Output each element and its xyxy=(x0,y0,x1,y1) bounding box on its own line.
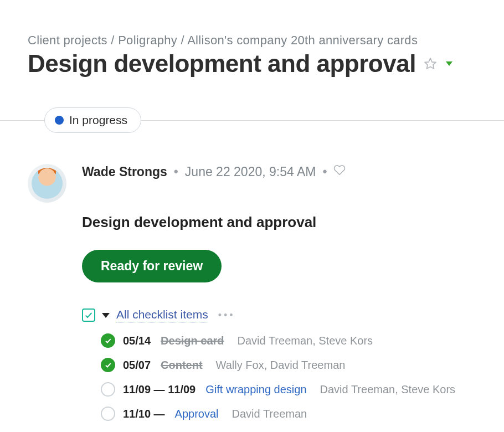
checklist-toggle-icon[interactable] xyxy=(82,308,95,322)
checklist-item-date: 11/10 — xyxy=(123,408,165,420)
check-done-icon[interactable] xyxy=(101,358,115,372)
checklist-item-title: Content xyxy=(161,359,203,372)
checklist-item-title[interactable]: Gift wrapping design xyxy=(205,383,306,396)
check-open-icon[interactable] xyxy=(101,407,115,421)
checklist-item-date: 11/09 — 11/09 xyxy=(123,383,196,396)
status-dot-icon xyxy=(55,116,64,125)
more-icon[interactable]: ••• xyxy=(218,310,235,321)
checklist-heading[interactable]: All checklist items xyxy=(116,308,208,322)
caret-down-icon[interactable] xyxy=(102,313,110,318)
checklist: 05/14 Design card David Treeman, Steve K… xyxy=(82,333,476,421)
checklist-item-title[interactable]: Approval xyxy=(175,408,219,420)
check-done-icon[interactable] xyxy=(101,333,115,348)
breadcrumb-sep: / xyxy=(111,33,118,47)
ready-for-review-button[interactable]: Ready for review xyxy=(82,250,222,282)
post-author[interactable]: Wade Strongs xyxy=(82,164,167,179)
checklist-item[interactable]: 11/09 — 11/09 Gift wrapping design David… xyxy=(101,382,476,397)
checklist-item-date: 05/14 xyxy=(123,335,151,347)
breadcrumb-item[interactable]: Client projects xyxy=(28,33,107,47)
post-timestamp: June 22 2020, 9:54 AM xyxy=(185,164,316,179)
page-title: Design development and approval xyxy=(28,50,416,78)
status-chip[interactable]: In progress xyxy=(44,107,141,133)
breadcrumb-item[interactable]: Allison's company 20th anniversary cards xyxy=(187,33,418,47)
checklist-item-assignees: David Treeman xyxy=(232,408,307,420)
breadcrumb[interactable]: Client projects / Poligraphy / Allison's… xyxy=(28,33,476,48)
svg-marker-0 xyxy=(425,58,436,69)
status-label: In progress xyxy=(69,114,127,127)
checklist-item-assignees: David Treeman, Steve Kors xyxy=(320,383,456,396)
check-open-icon[interactable] xyxy=(101,382,115,397)
checklist-item[interactable]: 05/07 Content Wally Fox, David Treeman xyxy=(101,358,476,372)
breadcrumb-sep: / xyxy=(181,33,188,47)
checklist-item-assignees: Wally Fox, David Treeman xyxy=(216,359,346,372)
checklist-item[interactable]: 05/14 Design card David Treeman, Steve K… xyxy=(101,333,476,348)
avatar[interactable] xyxy=(28,164,66,203)
checklist-item-assignees: David Treeman, Steve Kors xyxy=(238,335,373,347)
checklist-item-title: Design card xyxy=(161,335,224,347)
separator-dot: • xyxy=(174,164,178,179)
separator-dot: • xyxy=(322,164,327,179)
breadcrumb-item[interactable]: Poligraphy xyxy=(118,33,177,47)
heart-icon[interactable] xyxy=(333,164,346,179)
chevron-down-icon[interactable] xyxy=(446,61,452,66)
checklist-item-date: 05/07 xyxy=(123,359,151,372)
checklist-item[interactable]: 11/10 — Approval David Treeman xyxy=(101,407,476,421)
star-icon[interactable] xyxy=(424,56,438,71)
post-title: Design development and approval xyxy=(82,214,476,231)
